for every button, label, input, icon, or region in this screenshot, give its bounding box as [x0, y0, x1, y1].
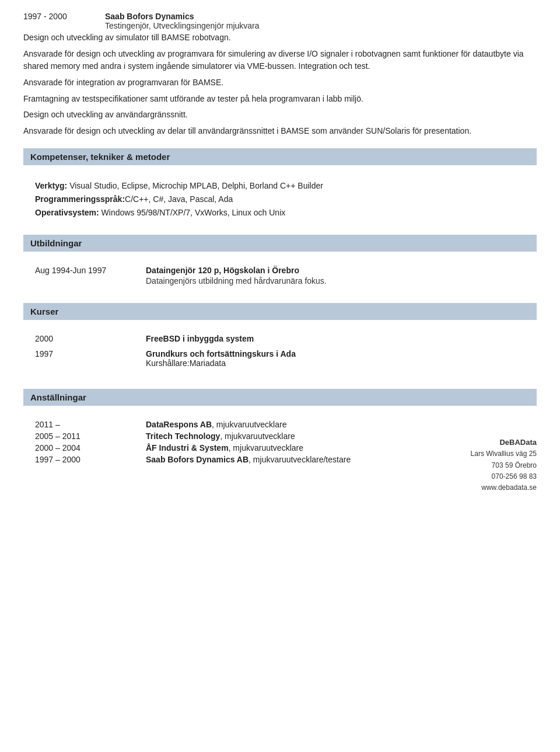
courses-section-header: Kurser	[23, 303, 537, 320]
lang-value: C/C++, C#, Java, Pascal, Ada	[125, 194, 233, 204]
footer-phone: 070-256 98 83	[471, 471, 537, 482]
course-provider-1: Kurshållare:Mariadata	[146, 358, 296, 368]
skills-tools-line: Verktyg: Visual Studio, Eclipse, Microch…	[35, 179, 525, 193]
job-description-1: Design och utveckling av simulator till …	[23, 32, 537, 44]
footer-company: DeBAData	[471, 437, 537, 449]
anst-role-2: , mjukvaruutvecklare	[229, 443, 303, 452]
course-date-1: 1997	[35, 349, 128, 368]
anst-entry-1: 2005 – 2011 Tritech Technology, mjukvaru…	[35, 431, 525, 441]
job-description-6: Ansvarade för design och utveckling av d…	[23, 125, 537, 138]
provider-label: Kurshållare:	[146, 358, 190, 368]
course-title-0: FreeBSD i inbyggda system	[146, 334, 254, 343]
anst-role-0: , mjukvaruutvecklare	[212, 420, 286, 429]
job-description-2: Ansvarade för design och utveckling av p…	[23, 48, 537, 73]
education-entry-0: Aug 1994-Jun 1997 Dataingenjör 120 p, Hö…	[35, 266, 525, 286]
anst-entry-2: 2000 – 2004 ÅF Industri & System, mjukva…	[35, 443, 525, 452]
anst-entry-3: 1997 – 2000 Saab Bofors Dynamics AB, mju…	[35, 455, 525, 464]
anst-info-3: Saab Bofors Dynamics AB, mjukvaruutveckl…	[146, 455, 351, 464]
os-value: Windows 95/98/NT/XP/7, VxWorks, Linux oc…	[99, 208, 286, 217]
footer-postal: 703 59 Örebro	[471, 460, 537, 471]
tools-value: Visual Studio, Eclipse, Microchip MPLAB,…	[67, 181, 323, 190]
course-entry-0: 2000 FreeBSD i inbyggda system	[35, 334, 525, 343]
anst-info-2: ÅF Industri & System, mjukvaruutvecklare	[146, 443, 303, 452]
anst-company-0: DataRespons AB	[146, 420, 212, 429]
edu-title-0: Dataingenjör 120 p, Högskolan i Örebro	[146, 266, 327, 275]
employments-section: Anställningar 2011 – DataRespons AB, mju…	[23, 389, 537, 476]
anst-date-1: 2005 – 2011	[35, 431, 128, 441]
anst-company-3: Saab Bofors Dynamics AB	[146, 455, 249, 464]
skills-os-line: Operativsystem: Windows 95/98/NT/XP/7, V…	[35, 206, 525, 220]
anst-info-0: DataRespons AB, mjukvaruutvecklare	[146, 420, 286, 429]
job-company: Saab Bofors Dynamics	[105, 12, 537, 21]
courses-section: Kurser 2000 FreeBSD i inbyggda system 19…	[23, 303, 537, 383]
lang-label: Programmeringsspråk:	[35, 194, 125, 204]
anst-role-3: , mjukvaruutvecklare/testare	[249, 455, 351, 464]
skills-section-header: Kompetenser, tekniker & metoder	[23, 148, 537, 165]
job-subtitle: Testingenjör, Utvecklingsingenjör mjukva…	[105, 21, 537, 30]
education-section: Utbildningar Aug 1994-Jun 1997 Dataingen…	[23, 235, 537, 297]
anst-info-1: Tritech Technology, mjukvaruutvecklare	[146, 431, 295, 441]
skills-lang-line: Programmeringsspråk:C/C++, C#, Java, Pas…	[35, 193, 525, 206]
anst-company-1: Tritech Technology	[146, 431, 220, 441]
anst-role-1: , mjukvaruutvecklare	[220, 431, 295, 441]
course-date-0: 2000	[35, 334, 128, 343]
course-entry-1: 1997 Grundkurs och fortsättningskurs i A…	[35, 349, 525, 368]
anst-date-3: 1997 – 2000	[35, 455, 128, 464]
job-block: 1997 - 2000 Saab Bofors Dynamics Testing…	[23, 12, 537, 138]
skills-section: Kompetenser, tekniker & metoder Verktyg:…	[23, 148, 537, 229]
course-title-1: Grundkurs och fortsättningskurs i Ada	[146, 349, 296, 358]
anst-entry-0: 2011 – DataRespons AB, mjukvaruutvecklar…	[35, 420, 525, 429]
job-description-3: Ansvarade för integration av programvara…	[23, 76, 537, 89]
education-section-header: Utbildningar	[23, 235, 537, 252]
job-description-5: Design och utveckling av användargränssn…	[23, 109, 537, 121]
anst-company-2: ÅF Industri & System	[146, 443, 229, 452]
anst-date-0: 2011 –	[35, 420, 128, 429]
provider-value: Mariadata	[190, 358, 226, 368]
anst-date-2: 2000 – 2004	[35, 443, 128, 452]
edu-desc-0: Dataingenjörs utbildning med hårdvarunär…	[146, 276, 327, 286]
tools-label: Verktyg:	[35, 181, 67, 190]
os-label: Operativsystem:	[35, 208, 99, 217]
job-date: 1997 - 2000	[23, 12, 105, 30]
job-description-4: Framtagning av testspecifikationer samt …	[23, 93, 537, 106]
employments-section-header: Anställningar	[23, 389, 537, 406]
edu-date-0: Aug 1994-Jun 1997	[35, 266, 128, 286]
footer-contact: DeBAData Lars Wivallius väg 25 703 59 Ör…	[471, 437, 537, 494]
footer-web: www.debadata.se	[471, 482, 537, 493]
footer-address: Lars Wivallius väg 25	[471, 448, 537, 459]
